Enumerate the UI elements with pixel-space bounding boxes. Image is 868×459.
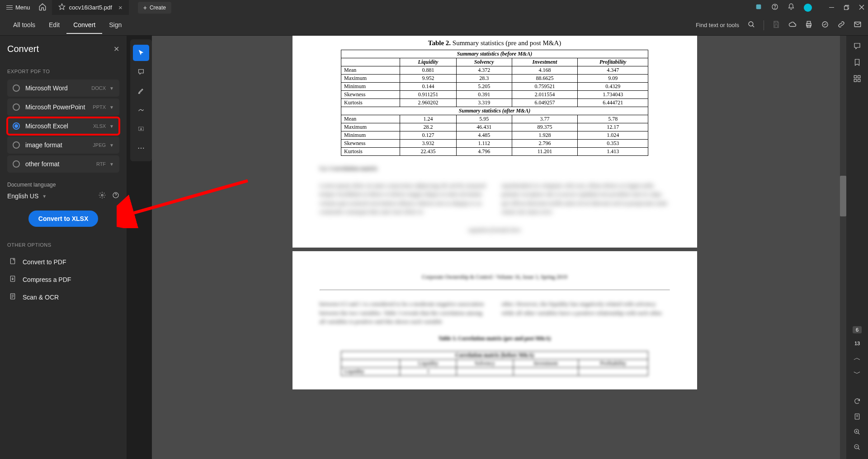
menu-label: Menu <box>15 4 30 11</box>
help-icon[interactable] <box>771 3 778 12</box>
document-tab[interactable]: cocv16i3art5.pdf × <box>52 0 129 15</box>
option-label: Microsoft Excel <box>25 122 93 130</box>
panel-title: Convert <box>7 44 39 54</box>
svg-rect-22 <box>854 80 856 82</box>
menu-item-edit[interactable]: Edit <box>42 17 66 34</box>
svg-point-3 <box>774 8 775 8</box>
svg-rect-20 <box>854 75 856 78</box>
option-label: Compress a PDF <box>23 276 71 283</box>
tab-close-icon[interactable]: × <box>118 4 123 11</box>
svg-text:A: A <box>140 127 142 131</box>
option-icon <box>9 275 16 284</box>
comment-tool[interactable] <box>133 64 149 80</box>
textbox-tool[interactable]: A <box>133 121 149 137</box>
other-option-scan-ocr[interactable]: Scan & OCR <box>7 288 119 306</box>
document-area[interactable]: Table 2. Summary statistics (pre and pos… <box>152 36 846 459</box>
option-label: Microsoft PowerPoint <box>25 103 93 111</box>
export-section-label: EXPORT PDF TO <box>7 69 119 74</box>
page-up-icon[interactable]: ︿ <box>854 353 861 363</box>
rotate-icon[interactable] <box>854 398 861 407</box>
option-label: Convert to PDF <box>23 258 66 266</box>
other-option-compress-a-pdf[interactable]: Compress a PDF <box>7 271 119 288</box>
create-label: Create <box>150 5 166 11</box>
profile-avatar[interactable] <box>804 4 812 12</box>
draw-tool[interactable] <box>133 102 149 118</box>
chevron-down-icon: ▼ <box>109 124 114 129</box>
menu-item-sign[interactable]: Sign <box>102 17 128 34</box>
export-option-other-format[interactable]: other format RTF ▼ <box>7 155 119 173</box>
close-window-icon[interactable] <box>859 4 864 12</box>
svg-rect-1 <box>756 4 761 9</box>
data-table: Summary statistics (before M&A)Liquidity… <box>341 50 648 156</box>
chevron-down-icon: ▼ <box>42 194 47 199</box>
help-circle-icon[interactable] <box>112 192 119 201</box>
option-icon <box>9 293 16 301</box>
hamburger-icon <box>6 5 13 10</box>
convert-panel: Convert ✕ EXPORT PDF TO Microsoft Word D… <box>0 36 127 459</box>
menu-button[interactable]: Menu <box>4 2 33 13</box>
other-option-convert-to-pdf[interactable]: Convert to PDF <box>7 253 119 271</box>
highlight-tool[interactable] <box>133 83 149 99</box>
export-option-microsoft-excel[interactable]: Microsoft Excel XLSX ▼ <box>7 117 119 135</box>
svg-rect-9 <box>807 21 811 23</box>
ai-assistant-icon[interactable] <box>755 3 762 12</box>
thumbnails-panel-icon[interactable] <box>853 75 861 84</box>
menu-item-convert[interactable]: Convert <box>66 17 102 34</box>
menubar: All toolsEditConvertSign Find text or to… <box>0 15 868 36</box>
svg-rect-21 <box>858 75 860 78</box>
export-option-microsoft-powerpoint[interactable]: Microsoft PowerPoint PPTX ▼ <box>7 98 119 116</box>
language-select[interactable]: English US ▼ <box>7 192 47 200</box>
home-icon[interactable] <box>38 3 47 13</box>
option-label: Microsoft Word <box>25 84 91 92</box>
radio-icon <box>13 122 20 130</box>
option-format: XLSX <box>93 123 106 129</box>
zoom-in-icon[interactable] <box>854 428 861 437</box>
current-page[interactable]: 6 <box>853 326 862 333</box>
bookmark-panel-icon[interactable] <box>853 58 861 68</box>
menu-item-all-tools[interactable]: All tools <box>6 17 42 34</box>
option-label: other format <box>25 160 96 168</box>
option-format: PPTX <box>93 104 106 110</box>
svg-rect-23 <box>858 80 860 82</box>
signature-icon[interactable] <box>821 20 829 30</box>
more-tools[interactable]: ⋯ <box>133 140 149 156</box>
select-tool[interactable] <box>133 45 149 61</box>
right-rail: 6 13 ︿ ﹀ <box>846 36 868 459</box>
star-icon[interactable] <box>58 3 66 12</box>
chevron-down-icon: ▼ <box>109 105 114 110</box>
other-options-label: OTHER OPTIONS <box>7 242 119 248</box>
save-icon[interactable] <box>772 20 780 30</box>
option-label: Scan & OCR <box>23 294 59 301</box>
create-button[interactable]: + Create <box>138 2 171 14</box>
panel-close-icon[interactable]: ✕ <box>113 45 119 53</box>
print-icon[interactable] <box>805 20 813 30</box>
link-icon[interactable] <box>837 20 845 30</box>
chevron-down-icon: ▼ <box>109 162 114 167</box>
language-label: Document language <box>7 182 119 188</box>
cloud-icon[interactable] <box>788 20 797 30</box>
export-option-image-format[interactable]: image format JPEG ▼ <box>7 136 119 154</box>
page-down-icon[interactable]: ﹀ <box>854 369 861 379</box>
radio-icon <box>13 160 20 168</box>
total-pages: 13 <box>852 340 863 347</box>
radio-icon <box>13 103 20 111</box>
maximize-icon[interactable] <box>844 4 849 12</box>
chat-panel-icon[interactable] <box>853 42 861 52</box>
mail-icon[interactable] <box>854 20 862 30</box>
zoom-out-icon[interactable] <box>854 444 861 453</box>
minimize-icon[interactable] <box>829 7 834 8</box>
page-display-icon[interactable] <box>854 413 861 422</box>
bell-icon[interactable] <box>788 3 795 12</box>
option-format: RTF <box>96 161 106 167</box>
option-format: JPEG <box>93 142 106 148</box>
option-icon <box>9 258 16 266</box>
gear-icon[interactable] <box>99 192 106 201</box>
convert-button[interactable]: Convert to XLSX <box>28 211 98 227</box>
svg-marker-0 <box>59 4 65 9</box>
language-value: English US <box>7 192 38 200</box>
svg-point-13 <box>101 194 103 196</box>
table-title: Table 2. Summary statistics (pre and pos… <box>320 39 670 47</box>
search-icon[interactable] <box>747 20 755 30</box>
export-option-microsoft-word[interactable]: Microsoft Word DOCX ▼ <box>7 80 119 97</box>
scrollbar[interactable] <box>840 36 846 459</box>
